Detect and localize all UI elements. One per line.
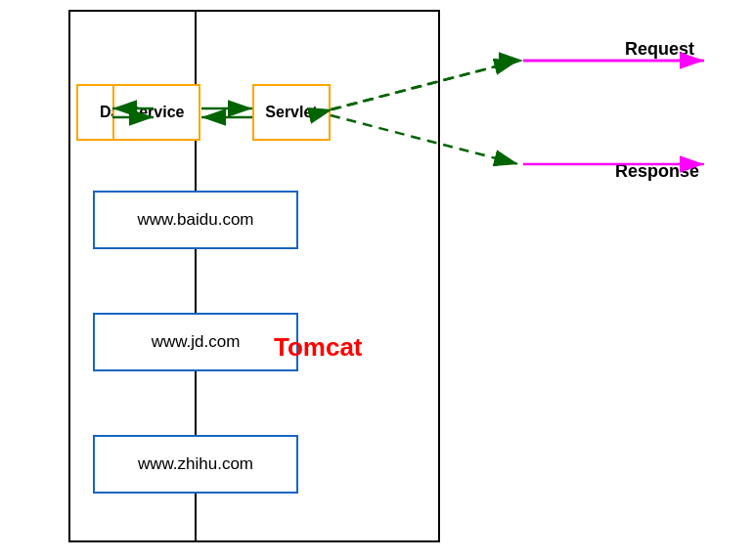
servlet-box: Servlet	[252, 84, 331, 141]
baidu-box: www.baidu.com	[93, 191, 298, 249]
baidu-label: www.baidu.com	[137, 210, 253, 230]
service-label: Service	[129, 104, 185, 121]
request-label: Request	[625, 39, 694, 60]
jd-label: www.jd.com	[152, 332, 241, 352]
zhihu-label: www.zhihu.com	[138, 454, 253, 474]
response-label: Response	[615, 161, 699, 182]
zhihu-box: www.zhihu.com	[93, 435, 298, 494]
servlet-label: Servlet	[265, 104, 317, 121]
diagram-canvas: Dao Service Servlet www.baidu.com www.jd…	[0, 0, 753, 560]
tomcat-label: Tomcat	[274, 332, 363, 363]
jd-box: www.jd.com	[93, 313, 298, 371]
service-box: Service	[112, 84, 200, 141]
